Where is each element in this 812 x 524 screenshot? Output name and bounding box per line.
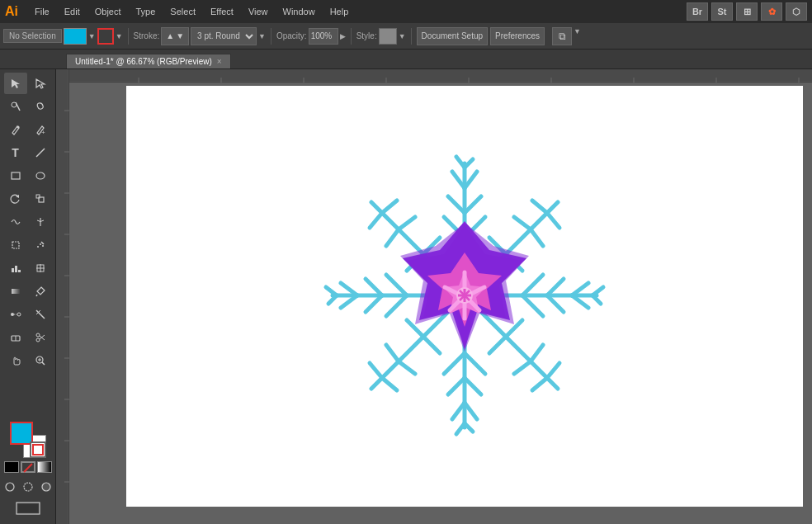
- snowflake-artwork[interactable]: [308, 139, 621, 454]
- bridge-icon[interactable]: Br: [687, 2, 708, 21]
- canvas-area[interactable]: [56, 69, 812, 524]
- menu-effect[interactable]: Effect: [204, 5, 240, 18]
- svg-line-114: [514, 217, 531, 229]
- style-dropdown-arrow[interactable]: ▼: [399, 32, 406, 40]
- tool-row-1: [4, 73, 52, 94]
- line-tool[interactable]: [29, 142, 52, 163]
- mesh-tool[interactable]: [29, 257, 52, 279]
- svg-point-42: [42, 483, 50, 491]
- menu-object[interactable]: Object: [88, 5, 128, 18]
- kuler-icon[interactable]: ✿: [761, 2, 782, 21]
- opacity-arrow[interactable]: ▶: [340, 32, 346, 40]
- gradient-swatch[interactable]: [37, 461, 52, 473]
- stock-icon[interactable]: St: [711, 2, 733, 21]
- scissors-tool[interactable]: [29, 327, 52, 348]
- svg-line-118: [407, 320, 423, 337]
- menu-edit[interactable]: Edit: [58, 5, 87, 18]
- column-graph-tool[interactable]: [4, 257, 27, 279]
- lasso-tool[interactable]: [29, 96, 52, 117]
- menu-view[interactable]: View: [242, 5, 275, 18]
- scale-tool[interactable]: [29, 188, 52, 210]
- control-toolbar: No Selection ▼ ▼ Stroke: ▲ ▼ 3 pt. Round…: [0, 23, 812, 50]
- direct-select-tool[interactable]: [29, 73, 52, 94]
- menu-help[interactable]: Help: [323, 5, 356, 18]
- stroke-swatch[interactable]: [30, 441, 46, 458]
- tiny-swatches: [4, 461, 52, 473]
- stroke-label: Stroke:: [134, 31, 160, 40]
- zoom-tool[interactable]: [29, 350, 52, 371]
- draw-inside-icon[interactable]: [38, 479, 54, 494]
- type-tool[interactable]: T: [4, 142, 27, 163]
- fill-dropdown-arrow[interactable]: ▼: [88, 32, 96, 40]
- opacity-input[interactable]: [309, 28, 338, 45]
- style-preview-box[interactable]: [379, 28, 397, 45]
- tool-row-10: [4, 281, 52, 302]
- rect-tool[interactable]: [4, 165, 27, 186]
- svg-line-93: [366, 295, 382, 312]
- color-section: [2, 418, 54, 521]
- symbol-spray-tool[interactable]: [29, 234, 52, 256]
- tab-close-button[interactable]: ×: [217, 57, 222, 66]
- warp-tool[interactable]: [4, 211, 27, 233]
- active-tab[interactable]: Untitled-1* @ 66.67% (RGB/Preview) ×: [66, 54, 231, 68]
- menu-window[interactable]: Window: [276, 5, 322, 18]
- none-swatch[interactable]: [21, 461, 35, 473]
- arrange-icon[interactable]: ⧉: [552, 27, 572, 45]
- draw-behind-icon[interactable]: [20, 479, 36, 494]
- draw-normal-icon[interactable]: [2, 479, 18, 494]
- magic-wand-tool[interactable]: [4, 96, 27, 117]
- fill-color-box[interactable]: [64, 28, 87, 45]
- search-icon[interactable]: ⬡: [786, 2, 807, 21]
- tab-bar: Untitled-1* @ 66.67% (RGB/Preview) ×: [0, 50, 812, 69]
- hand-tool[interactable]: [4, 350, 27, 371]
- width-tool[interactable]: [29, 211, 52, 233]
- eyedropper-tool[interactable]: [29, 281, 52, 302]
- stroke-down-arrow[interactable]: ▼: [176, 31, 184, 40]
- selection-tool[interactable]: [4, 73, 27, 94]
- free-transform-tool[interactable]: [4, 234, 27, 256]
- svg-line-34: [40, 335, 45, 339]
- color-swatches[interactable]: [10, 422, 46, 458]
- ellipse-tool[interactable]: [29, 165, 52, 186]
- svg-line-108: [386, 229, 399, 246]
- stroke-weight-control[interactable]: ▲ ▼: [161, 27, 189, 45]
- app-logo: Ai: [5, 4, 18, 19]
- svg-rect-19: [18, 270, 21, 272]
- menu-type[interactable]: Type: [130, 5, 163, 18]
- svg-line-129: [547, 363, 559, 378]
- black-swatch[interactable]: [4, 461, 19, 473]
- stroke-weight-select[interactable]: 3 pt. Round: [191, 27, 257, 45]
- svg-line-81: [465, 159, 473, 168]
- arrange-dropdown[interactable]: ▼: [574, 27, 581, 45]
- add-anchor-tool[interactable]: +: [29, 119, 52, 140]
- stroke-dropdown-arrow[interactable]: ▼: [116, 32, 123, 40]
- eraser-tool[interactable]: [4, 327, 27, 348]
- svg-line-117: [547, 213, 559, 228]
- pen-tool[interactable]: [4, 119, 27, 140]
- stroke-up-arrow[interactable]: ▲: [166, 31, 174, 40]
- slice-tool[interactable]: [29, 304, 52, 325]
- style-label: Style:: [356, 31, 377, 40]
- svg-rect-13: [12, 242, 19, 248]
- svg-point-15: [40, 243, 41, 245]
- stroke-color-box[interactable]: [97, 28, 114, 45]
- view-mode-icons: [2, 479, 54, 494]
- workspace-icon[interactable]: ⊞: [736, 2, 758, 21]
- svg-point-14: [37, 246, 39, 248]
- menu-file[interactable]: File: [28, 5, 56, 18]
- rotate-tool[interactable]: [4, 188, 27, 210]
- svg-point-3: [12, 102, 17, 107]
- svg-line-122: [370, 363, 382, 378]
- screen-mode-icon[interactable]: [15, 501, 41, 517]
- gradient-tool[interactable]: [4, 281, 27, 302]
- menu-bar: Ai File Edit Object Type Select Effect V…: [0, 0, 812, 23]
- document-setup-button[interactable]: Document Setup: [417, 27, 489, 45]
- blend-tool[interactable]: [4, 304, 27, 325]
- menu-select[interactable]: Select: [163, 5, 202, 18]
- svg-point-16: [42, 245, 44, 247]
- svg-line-37: [42, 362, 45, 365]
- preferences-button[interactable]: Preferences: [490, 27, 545, 45]
- stroke-options-arrow[interactable]: ▼: [258, 32, 266, 40]
- svg-line-123: [382, 378, 397, 390]
- document-canvas: [126, 86, 803, 507]
